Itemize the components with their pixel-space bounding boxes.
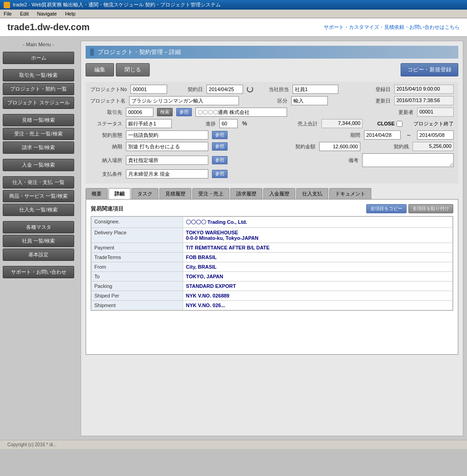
contract-type-input[interactable]: [126, 130, 208, 140]
client-name-input[interactable]: [195, 108, 287, 117]
edit-button[interactable]: 編集: [86, 63, 114, 76]
tab-purchase-payment[interactable]: 仕入支払: [296, 188, 328, 199]
payment-value: T/T REMITTANCE AFTER B/L DATE: [183, 243, 453, 253]
category-input[interactable]: [291, 96, 328, 105]
refresh-icon[interactable]: [247, 86, 253, 92]
menu-file[interactable]: File: [2, 11, 14, 17]
sidebar-item-supplier-list[interactable]: 仕入先 一覧/検索: [3, 204, 74, 216]
sidebar-item-home[interactable]: ホーム: [3, 52, 74, 64]
project-name-input[interactable]: [129, 96, 239, 105]
sidebar-item-support[interactable]: サポート・お問い合わせ: [3, 266, 74, 278]
contract-remain-value: 5,256,000: [413, 142, 454, 151]
paste-all-button[interactable]: 全項目を貼り付け: [408, 204, 453, 213]
tab-content: 貿易関連項目 全項目をコピー 全項目を貼り付け Consignee. 〇〇〇〇 …: [86, 199, 458, 355]
staff-input[interactable]: [293, 85, 338, 94]
form-row-7: 納入場所 参照 備考: [90, 153, 454, 167]
status-label: ステータス: [90, 120, 122, 127]
category-label: 区分: [255, 97, 288, 104]
period-to-input[interactable]: [417, 130, 454, 140]
progress-label: 進捗: [184, 120, 216, 127]
sidebar-item-settings[interactable]: 基本設定: [3, 249, 74, 261]
status-input[interactable]: [126, 119, 172, 128]
tab-payment-history[interactable]: 入金履歴: [263, 188, 295, 199]
client-code-input[interactable]: [126, 108, 153, 117]
tab-detail[interactable]: 詳細: [109, 188, 130, 199]
sidebar-item-order-list[interactable]: 受注・売上 一覧/検索: [3, 128, 74, 140]
tab-invoice-history[interactable]: 請求履歴: [230, 188, 262, 199]
toolbar-left: 編集 閉じる: [86, 63, 150, 76]
close-checkbox[interactable]: [396, 121, 402, 127]
delivery-label: 納期: [90, 143, 122, 150]
close-button[interactable]: 閉じる: [116, 63, 150, 76]
sidebar-item-project-schedule[interactable]: プロジェクト スケジュール: [3, 97, 74, 109]
sidebar-item-estimate-list[interactable]: 見積 一覧/検索: [3, 114, 74, 126]
copy-new-button[interactable]: コピー・新規登録: [401, 63, 458, 76]
consignee-value: 〇〇〇〇 Trading Co., Ltd.: [183, 217, 453, 228]
tab-tasks[interactable]: タスク: [131, 188, 158, 199]
trade-title: 貿易関連項目: [91, 205, 124, 213]
sidebar-item-invoice-list[interactable]: 請求 一覧/検索: [3, 141, 74, 154]
project-no-input[interactable]: [130, 85, 167, 94]
project-no-label: プロジェクトNo: [90, 86, 127, 93]
sidebar-item-purchase-list[interactable]: 仕入・発注・支払 一覧: [3, 176, 74, 189]
contract-remain-label: 契約残: [377, 143, 409, 150]
app-icon: [4, 2, 10, 8]
app-logo: trade1.dw-dev.com: [7, 22, 90, 32]
app-header: trade1.dw-dev.com サポート・カスタマイズ・見積依頼・お問い合わ…: [0, 18, 467, 37]
delivery-place-label: 納入場所: [90, 157, 122, 164]
toolbar: 編集 閉じる コピー・新規登録: [86, 63, 458, 76]
table-row: Shipment NYK V.NO. 026...: [92, 301, 453, 310]
progress-input[interactable]: [219, 119, 238, 128]
from-value: City, BRASIL: [183, 262, 453, 272]
delivery-place-input[interactable]: [126, 156, 208, 165]
support-link[interactable]: サポート・カスタマイズ・見積依頼・お問い合わせはこちら: [324, 24, 460, 31]
footer: Copyright (c) 2016 * di...: [0, 440, 467, 449]
menu-help[interactable]: Help: [63, 11, 77, 17]
regist-date-value: 2015/04/10 9:00:00: [394, 85, 454, 94]
payment-terms-input[interactable]: [126, 169, 208, 178]
close-area: CLOSE: [377, 121, 402, 127]
regist-date-label: 登録日: [358, 86, 391, 93]
delivery-input[interactable]: [126, 142, 208, 151]
client-ref-button[interactable]: 参照: [176, 108, 192, 116]
delivery-ref-button[interactable]: 参照: [212, 142, 228, 151]
table-row: Delivery Place TOKYO WAREHOUSE0-0-0 Mina…: [92, 228, 453, 243]
tab-estimate-history[interactable]: 見積履歴: [159, 188, 191, 199]
sidebar-item-product-list[interactable]: 商品・サービス 一覧/検索: [3, 190, 74, 202]
form-section: プロジェクトNo 契約日 当社担当 登録日 2015/04/10 9:00:00…: [86, 82, 458, 184]
sidebar-item-project-list[interactable]: プロジェクト・契約 一覧: [3, 83, 74, 95]
period-from-input[interactable]: [364, 130, 401, 140]
consignee-label: Consignee.: [92, 217, 183, 228]
menu-navigate[interactable]: Navigate: [35, 11, 59, 17]
sidebar-item-payment-list[interactable]: 入金 一覧/検索: [3, 159, 74, 171]
sidebar-item-employee-list[interactable]: 社員 一覧/検索: [3, 235, 74, 247]
delivery-place-ref-button[interactable]: 参照: [212, 156, 228, 164]
client-code-label: 取引先: [90, 109, 122, 116]
contract-amount-input[interactable]: [319, 142, 360, 151]
form-row-3: 取引先 検索 参照 更新者 00001: [90, 108, 454, 117]
payment-terms-ref-button[interactable]: 参照: [212, 170, 228, 178]
packing-value: STANDARD EXPORT: [183, 281, 453, 291]
menu-bar: File Edit Navigate Help: [0, 10, 467, 18]
tab-orders[interactable]: 受注・売上: [192, 188, 229, 199]
tabs-container: 概要 詳細 タスク 見積履歴 受注・売上 請求履歴 入金履歴 仕入支払 ドキュメ…: [86, 188, 458, 199]
form-row-6: 納期 参照 契約金額 契約残 5,256,000: [90, 142, 454, 151]
remarks-input[interactable]: [362, 153, 454, 167]
shipped-per-label: Shiped Per: [92, 291, 183, 301]
project-name-label: プロジェクト名: [90, 97, 125, 104]
menu-edit[interactable]: Edit: [18, 11, 31, 17]
packing-label: Packing: [92, 281, 183, 291]
table-row: Packing STANDARD EXPORT: [92, 281, 453, 291]
sidebar-item-master[interactable]: 各種マスタ: [3, 221, 74, 233]
table-row: Shiped Per NYK V.NO. 026889: [92, 291, 453, 301]
tradeterms-label: TradeTerms: [92, 253, 183, 262]
copy-all-button[interactable]: 全項目をコピー: [366, 204, 407, 213]
contract-type-ref-button[interactable]: 参照: [212, 131, 228, 139]
update-date-value: 2016/07/13 7:38:56: [394, 96, 454, 105]
client-search-button[interactable]: 検索: [157, 108, 173, 116]
tab-documents[interactable]: ドキュメント: [329, 188, 371, 199]
contract-date-input[interactable]: [206, 85, 243, 94]
trade-scroll[interactable]: Consignee. 〇〇〇〇 Trading Co., Ltd. Delive…: [91, 216, 453, 311]
sidebar-item-client-list[interactable]: 取引先 一覧/検索: [3, 69, 74, 81]
tab-overview[interactable]: 概要: [86, 188, 108, 199]
